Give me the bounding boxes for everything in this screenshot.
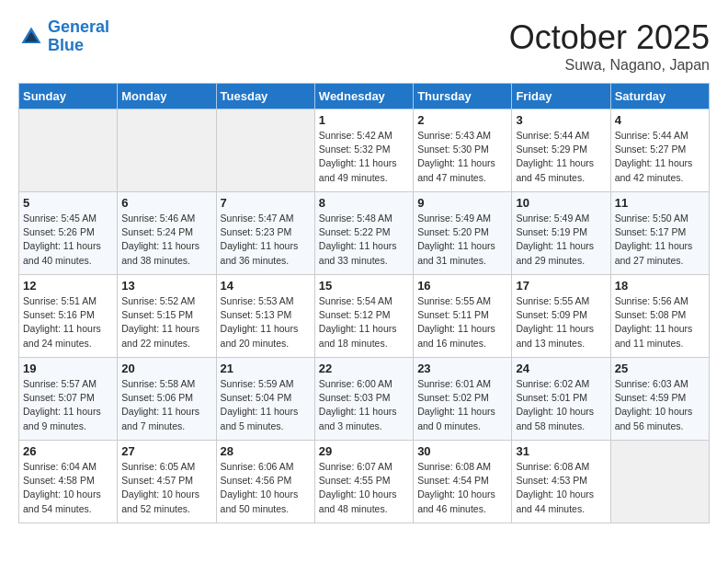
day-info: Sunrise: 5:57 AM Sunset: 5:07 PM Dayligh…	[23, 377, 113, 433]
day-number: 30	[417, 444, 507, 458]
day-info: Sunrise: 5:55 AM Sunset: 5:11 PM Dayligh…	[417, 294, 507, 350]
calendar-cell: 11Sunrise: 5:50 AM Sunset: 5:17 PM Dayli…	[610, 192, 709, 275]
day-info: Sunrise: 5:49 AM Sunset: 5:19 PM Dayligh…	[516, 212, 606, 268]
page-header: General Blue October 2025 Suwa, Nagano, …	[18, 18, 710, 74]
day-number: 8	[319, 196, 409, 210]
calendar-cell	[216, 109, 314, 192]
day-info: Sunrise: 5:42 AM Sunset: 5:32 PM Dayligh…	[319, 129, 409, 185]
day-number: 16	[417, 279, 507, 293]
day-number: 9	[417, 196, 507, 210]
calendar-cell: 31Sunrise: 6:08 AM Sunset: 4:53 PM Dayli…	[512, 441, 610, 523]
day-info: Sunrise: 5:46 AM Sunset: 5:24 PM Dayligh…	[121, 212, 211, 268]
day-number: 7	[221, 196, 311, 210]
calendar-cell: 3Sunrise: 5:44 AM Sunset: 5:29 PM Daylig…	[512, 109, 610, 192]
day-info: Sunrise: 5:56 AM Sunset: 5:08 PM Dayligh…	[615, 294, 705, 350]
calendar-cell: 8Sunrise: 5:48 AM Sunset: 5:22 PM Daylig…	[314, 192, 413, 275]
day-number: 21	[221, 362, 311, 375]
calendar-week-5: 26Sunrise: 6:04 AM Sunset: 4:58 PM Dayli…	[19, 441, 710, 523]
day-info: Sunrise: 6:01 AM Sunset: 5:02 PM Dayligh…	[417, 377, 507, 433]
calendar-cell: 6Sunrise: 5:46 AM Sunset: 5:24 PM Daylig…	[118, 192, 216, 275]
day-number: 18	[615, 279, 705, 293]
day-number: 19	[23, 362, 113, 375]
title-block: October 2025 Suwa, Nagano, Japan	[509, 18, 710, 74]
day-number: 2	[417, 113, 507, 127]
calendar-cell: 15Sunrise: 5:54 AM Sunset: 5:12 PM Dayli…	[314, 275, 413, 358]
calendar-header-row: SundayMondayTuesdayWednesdayThursdayFrid…	[19, 84, 710, 109]
day-info: Sunrise: 6:08 AM Sunset: 4:54 PM Dayligh…	[417, 460, 507, 516]
day-number: 10	[516, 196, 606, 210]
calendar-cell: 27Sunrise: 6:05 AM Sunset: 4:57 PM Dayli…	[118, 441, 216, 523]
day-number: 14	[221, 279, 311, 293]
day-info: Sunrise: 6:05 AM Sunset: 4:57 PM Dayligh…	[121, 460, 211, 516]
calendar-cell: 21Sunrise: 5:59 AM Sunset: 5:04 PM Dayli…	[216, 358, 314, 441]
day-number: 20	[121, 362, 211, 375]
day-info: Sunrise: 5:45 AM Sunset: 5:26 PM Dayligh…	[23, 212, 113, 268]
day-number: 24	[516, 362, 606, 375]
calendar-cell: 28Sunrise: 6:06 AM Sunset: 4:56 PM Dayli…	[216, 441, 314, 523]
month-title: October 2025	[509, 18, 710, 57]
calendar-cell: 9Sunrise: 5:49 AM Sunset: 5:20 PM Daylig…	[414, 192, 512, 275]
calendar-table: SundayMondayTuesdayWednesdayThursdayFrid…	[18, 83, 710, 523]
calendar-cell	[610, 441, 709, 523]
day-info: Sunrise: 5:50 AM Sunset: 5:17 PM Dayligh…	[615, 212, 705, 268]
day-info: Sunrise: 5:52 AM Sunset: 5:15 PM Dayligh…	[121, 294, 211, 350]
calendar-cell: 26Sunrise: 6:04 AM Sunset: 4:58 PM Dayli…	[19, 441, 118, 523]
day-number: 13	[121, 279, 211, 293]
calendar-header-saturday: Saturday	[610, 84, 709, 109]
calendar-cell	[118, 109, 216, 192]
logo-general: General	[48, 17, 109, 36]
logo-icon	[18, 24, 44, 50]
day-number: 28	[221, 444, 311, 458]
day-number: 17	[516, 279, 606, 293]
day-info: Sunrise: 6:06 AM Sunset: 4:56 PM Dayligh…	[221, 460, 311, 516]
day-number: 23	[417, 362, 507, 375]
calendar-cell	[19, 109, 118, 192]
logo-blue: Blue	[48, 36, 84, 54]
calendar-header-monday: Monday	[118, 84, 216, 109]
day-number: 31	[516, 444, 606, 458]
calendar-header-friday: Friday	[512, 84, 610, 109]
day-number: 25	[615, 362, 705, 375]
calendar-cell: 7Sunrise: 5:47 AM Sunset: 5:23 PM Daylig…	[216, 192, 314, 275]
calendar-cell: 12Sunrise: 5:51 AM Sunset: 5:16 PM Dayli…	[19, 275, 118, 358]
calendar-cell: 10Sunrise: 5:49 AM Sunset: 5:19 PM Dayli…	[512, 192, 610, 275]
day-info: Sunrise: 5:53 AM Sunset: 5:13 PM Dayligh…	[221, 294, 311, 350]
calendar-cell: 14Sunrise: 5:53 AM Sunset: 5:13 PM Dayli…	[216, 275, 314, 358]
calendar-week-1: 1Sunrise: 5:42 AM Sunset: 5:32 PM Daylig…	[19, 109, 710, 192]
day-number: 1	[319, 113, 409, 127]
calendar-week-4: 19Sunrise: 5:57 AM Sunset: 5:07 PM Dayli…	[19, 358, 710, 441]
day-info: Sunrise: 6:07 AM Sunset: 4:55 PM Dayligh…	[319, 460, 409, 516]
day-info: Sunrise: 5:55 AM Sunset: 5:09 PM Dayligh…	[516, 294, 606, 350]
calendar-cell: 29Sunrise: 6:07 AM Sunset: 4:55 PM Dayli…	[314, 441, 413, 523]
day-info: Sunrise: 6:08 AM Sunset: 4:53 PM Dayligh…	[516, 460, 606, 516]
logo: General Blue	[18, 18, 109, 55]
calendar-cell: 4Sunrise: 5:44 AM Sunset: 5:27 PM Daylig…	[610, 109, 709, 192]
day-info: Sunrise: 5:47 AM Sunset: 5:23 PM Dayligh…	[221, 212, 311, 268]
day-number: 6	[121, 196, 211, 210]
calendar-cell: 16Sunrise: 5:55 AM Sunset: 5:11 PM Dayli…	[414, 275, 512, 358]
day-number: 4	[615, 113, 705, 127]
day-info: Sunrise: 5:54 AM Sunset: 5:12 PM Dayligh…	[319, 294, 409, 350]
day-info: Sunrise: 6:00 AM Sunset: 5:03 PM Dayligh…	[319, 377, 409, 433]
day-number: 3	[516, 113, 606, 127]
day-number: 15	[319, 279, 409, 293]
day-number: 11	[615, 196, 705, 210]
calendar-cell: 25Sunrise: 6:03 AM Sunset: 4:59 PM Dayli…	[610, 358, 709, 441]
day-info: Sunrise: 5:59 AM Sunset: 5:04 PM Dayligh…	[221, 377, 311, 433]
location-subtitle: Suwa, Nagano, Japan	[509, 57, 710, 74]
calendar-cell: 5Sunrise: 5:45 AM Sunset: 5:26 PM Daylig…	[19, 192, 118, 275]
calendar-cell: 2Sunrise: 5:43 AM Sunset: 5:30 PM Daylig…	[414, 109, 512, 192]
day-info: Sunrise: 5:58 AM Sunset: 5:06 PM Dayligh…	[121, 377, 211, 433]
calendar-header-tuesday: Tuesday	[216, 84, 314, 109]
day-number: 29	[319, 444, 409, 458]
calendar-cell: 30Sunrise: 6:08 AM Sunset: 4:54 PM Dayli…	[414, 441, 512, 523]
day-info: Sunrise: 5:43 AM Sunset: 5:30 PM Dayligh…	[417, 129, 507, 185]
day-info: Sunrise: 5:49 AM Sunset: 5:20 PM Dayligh…	[417, 212, 507, 268]
calendar-header-sunday: Sunday	[19, 84, 118, 109]
calendar-cell: 24Sunrise: 6:02 AM Sunset: 5:01 PM Dayli…	[512, 358, 610, 441]
day-number: 22	[319, 362, 409, 375]
day-info: Sunrise: 5:48 AM Sunset: 5:22 PM Dayligh…	[319, 212, 409, 268]
day-info: Sunrise: 5:51 AM Sunset: 5:16 PM Dayligh…	[23, 294, 113, 350]
day-info: Sunrise: 6:03 AM Sunset: 4:59 PM Dayligh…	[615, 377, 705, 433]
day-info: Sunrise: 5:44 AM Sunset: 5:29 PM Dayligh…	[516, 129, 606, 185]
